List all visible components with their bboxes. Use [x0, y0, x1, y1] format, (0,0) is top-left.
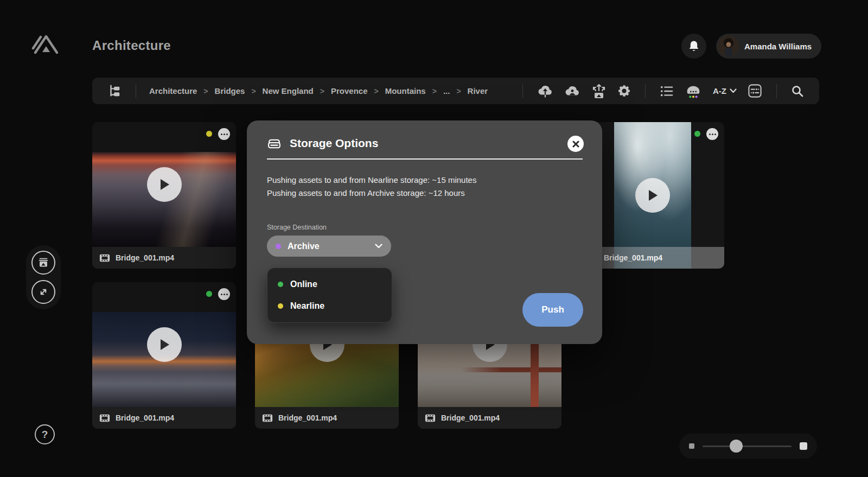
asset-footer: Bridge_001.mp4	[418, 407, 561, 429]
asset-filename: Bridge_001.mp4	[278, 414, 337, 422]
online-status-dot	[278, 282, 283, 287]
breadcrumb-item[interactable]: Provence	[331, 86, 368, 96]
user-name: Amanda Williams	[744, 42, 812, 51]
breadcrumb-item[interactable]: Architecture	[149, 86, 197, 96]
play-button[interactable]	[147, 167, 182, 202]
storage-info: Pushing assets to and from Nearline stor…	[267, 174, 583, 200]
asset-card[interactable]: Bridge_001.mp4	[92, 282, 236, 429]
upload-button[interactable]	[537, 84, 553, 99]
breadcrumb-separator: >	[374, 87, 379, 96]
transfers-button[interactable]	[31, 280, 55, 304]
asset-filename: Bridge_001.mp4	[116, 253, 174, 262]
play-button[interactable]	[635, 178, 670, 213]
asset-footer: Bridge_001.mp4	[255, 407, 399, 429]
film-icon	[262, 414, 273, 423]
small-thumbnail-icon[interactable]	[689, 443, 694, 449]
toolbar-actions: A-Z	[514, 83, 809, 99]
info-line: Pushing assets to and from Nearline stor…	[267, 174, 583, 187]
page-title: Architecture	[92, 38, 171, 53]
chevron-down-icon	[375, 244, 382, 249]
breadcrumb-item[interactable]: New England	[263, 86, 314, 96]
drive-icon	[267, 137, 282, 150]
play-icon	[158, 338, 170, 351]
status-dot	[206, 131, 212, 137]
breadcrumb-item-current[interactable]: River	[468, 86, 488, 96]
slider-thumb[interactable]	[730, 440, 743, 453]
left-action-rail	[26, 245, 61, 309]
nearline-status-dot	[278, 303, 283, 309]
sort-label: A-Z	[713, 86, 726, 96]
tree-icon	[107, 84, 122, 98]
more-options-button[interactable]	[218, 128, 230, 140]
app-logo-icon[interactable]	[31, 31, 60, 55]
close-button[interactable]	[567, 136, 584, 152]
breadcrumb-item[interactable]: Bridges	[215, 86, 245, 96]
option-label: Online	[290, 279, 317, 289]
asset-filename: Bridge_001.mp4	[441, 414, 500, 422]
storage-dome-icon	[685, 84, 702, 99]
cloud-user-icon	[564, 84, 580, 98]
breadcrumb-separator: >	[320, 87, 324, 96]
modal-divider	[267, 158, 583, 160]
filter-button[interactable]	[748, 84, 762, 98]
toolbar-divider	[522, 84, 523, 98]
film-icon	[99, 414, 110, 423]
slider-track[interactable]	[703, 446, 792, 447]
breadcrumb-item-ellipsis[interactable]: ...	[443, 86, 450, 96]
user-avatar	[718, 36, 739, 56]
film-icon	[99, 253, 110, 263]
settings-button[interactable]	[617, 84, 631, 98]
collection-tree-button[interactable]	[107, 84, 122, 98]
play-icon	[647, 189, 659, 202]
chevron-down-icon	[730, 88, 737, 93]
asset-card[interactable]: Bridge_001.mp4	[92, 122, 236, 269]
dropdown-option-nearline[interactable]: Nearline	[267, 295, 392, 317]
asset-filename: Bridge_001.mp4	[116, 414, 174, 422]
storage-destination-select[interactable]: Archive	[267, 236, 391, 257]
breadcrumb-separator: >	[251, 87, 256, 96]
asset-footer: Bridge_001.mp4	[92, 407, 236, 429]
breadcrumb-separator: >	[432, 87, 437, 96]
upload-cloud-icon	[537, 84, 553, 99]
storage-options-modal: Storage Options Pushing assets to and fr…	[247, 120, 602, 344]
modal-title: Storage Options	[290, 137, 378, 150]
thumbnail-size-slider	[679, 434, 817, 459]
notifications-button[interactable]	[681, 34, 706, 59]
toolbar-divider	[136, 84, 136, 98]
more-options-button[interactable]	[218, 288, 230, 300]
play-button[interactable]	[147, 327, 182, 362]
push-button[interactable]: Push	[522, 293, 583, 327]
search-button[interactable]	[791, 85, 804, 98]
archive-status-dot	[276, 244, 281, 249]
asset-thumbnail	[92, 282, 236, 407]
publish-button[interactable]	[591, 83, 607, 99]
storage-panel-button[interactable]	[31, 251, 55, 275]
large-thumbnail-icon[interactable]	[800, 442, 807, 450]
transfer-arrows-icon	[37, 285, 50, 298]
help-button[interactable]: ?	[35, 424, 55, 444]
user-menu[interactable]: Amanda Williams	[716, 34, 821, 59]
toolbar-divider	[776, 84, 777, 98]
selected-option-label: Archive	[288, 241, 368, 251]
shared-cloud-button[interactable]	[564, 84, 580, 98]
more-options-button[interactable]	[706, 128, 718, 140]
list-icon	[660, 85, 674, 98]
list-view-button[interactable]	[660, 85, 674, 98]
sliders-icon	[748, 84, 762, 98]
search-icon	[791, 85, 804, 98]
help-label: ?	[42, 429, 48, 441]
destination-dropdown: Online Nearline	[267, 268, 392, 323]
play-icon	[158, 178, 170, 191]
gear-icon	[617, 84, 631, 98]
info-line: Pushing assets to and from Archive stora…	[267, 187, 583, 200]
film-icon	[425, 414, 436, 423]
storage-status-button[interactable]	[685, 84, 702, 99]
modal-header: Storage Options	[267, 137, 583, 150]
sort-button[interactable]: A-Z	[713, 86, 737, 96]
breadcrumb: Architecture > Bridges > New England > P…	[149, 86, 488, 96]
close-icon	[572, 141, 579, 148]
dropdown-option-online[interactable]: Online	[267, 274, 392, 295]
toolbar-divider	[645, 84, 646, 98]
breadcrumb-separator: >	[203, 87, 208, 96]
breadcrumb-item[interactable]: Mountains	[385, 86, 426, 96]
